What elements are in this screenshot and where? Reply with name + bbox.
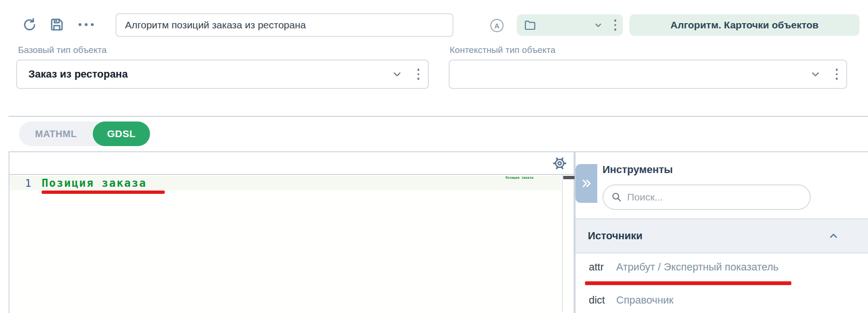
- ellipsis-icon: [79, 23, 94, 26]
- code-line-text: Позиция заказа: [42, 177, 147, 189]
- gear-icon[interactable]: [552, 156, 567, 171]
- refresh-icon: [22, 17, 37, 33]
- annotation-underline: [585, 281, 791, 285]
- minimap: Позиция заказа: [505, 176, 560, 180]
- code-editor-body[interactable]: 1 Позиция заказа Позиция заказа: [9, 175, 574, 312]
- chevron-up-icon[interactable]: [827, 230, 840, 242]
- source-item-label: Атрибут / Экспертный показатель: [616, 261, 779, 273]
- scrollbar-thumb[interactable]: [563, 176, 575, 179]
- tools-panel-title: Инструменты: [602, 164, 673, 176]
- folder-icon: [523, 18, 537, 32]
- double-chevron-right-icon: [580, 177, 593, 190]
- chevron-down-icon: [593, 19, 604, 31]
- base-type-select[interactable]: Заказ из ресторана: [16, 60, 429, 89]
- search-input[interactable]: [627, 191, 802, 203]
- tools-panel: Инструменты Источники attr Атрибут / Экс…: [575, 151, 868, 313]
- refresh-button[interactable]: [21, 16, 38, 33]
- source-item-attr[interactable]: attr Атрибут / Экспертный показатель: [589, 261, 779, 273]
- source-item-label: Справочник: [616, 294, 673, 306]
- chevron-down-icon: [809, 68, 822, 80]
- chevron-down-icon: [391, 68, 403, 80]
- annotation-underline: [42, 191, 165, 194]
- sources-section-header[interactable]: Источники: [576, 218, 868, 253]
- save-button[interactable]: [47, 15, 66, 34]
- algorithm-title-input[interactable]: [115, 13, 453, 37]
- tab-mathml[interactable]: MATHML: [19, 122, 93, 146]
- tab-gdsl[interactable]: GDSL: [93, 122, 150, 146]
- language-tabs: MATHML GDSL: [19, 122, 150, 146]
- base-type-label: Базовый тип объекта: [18, 45, 106, 55]
- context-type-label: Контекстный тип объекта: [450, 45, 556, 55]
- source-item-tag: dict: [589, 294, 612, 306]
- source-item-tag: attr: [589, 261, 612, 273]
- search-icon: [611, 191, 622, 203]
- app-window: A Алгоритм. Карточки объектов Базовый ти…: [0, 0, 868, 313]
- category-badge-label: Алгоритм. Карточки объектов: [671, 19, 819, 31]
- save-icon: [48, 16, 65, 33]
- collapse-panel-button[interactable]: [576, 164, 597, 203]
- tools-search: [602, 184, 811, 210]
- code-editor-panel: 1 Позиция заказа Позиция заказа: [9, 151, 575, 313]
- avatar-letter: A: [495, 22, 500, 30]
- sources-section-title: Источники: [588, 230, 643, 242]
- minimap-separator: [562, 175, 563, 312]
- category-badge[interactable]: Алгоритм. Карточки объектов: [629, 14, 859, 36]
- section-divider: [9, 116, 868, 117]
- line-number: 1: [9, 177, 31, 189]
- more-options-button[interactable]: [75, 19, 97, 30]
- avatar-circle-icon[interactable]: A: [490, 19, 504, 32]
- base-type-value: Заказ из ресторана: [28, 68, 128, 80]
- kebab-menu-icon[interactable]: [836, 69, 838, 80]
- kebab-menu-icon[interactable]: [417, 69, 420, 80]
- folder-select[interactable]: [517, 14, 623, 36]
- context-type-select[interactable]: [449, 60, 847, 89]
- source-item-dict[interactable]: dict Справочник: [589, 294, 673, 306]
- editor-header: [9, 152, 574, 175]
- kebab-menu-icon[interactable]: [614, 19, 617, 31]
